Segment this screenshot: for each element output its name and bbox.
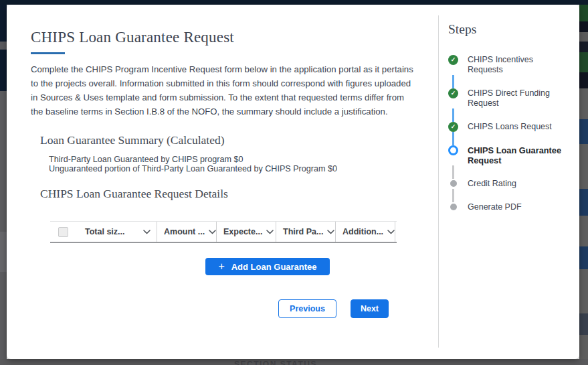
steps-list: ✓ CHIPS Incentives Requests ✓ CHIPS Dire…: [448, 55, 579, 212]
add-loan-guarantee-button[interactable]: + Add Loan Guarantee: [205, 258, 329, 275]
step-chips-loans-request[interactable]: ✓ CHIPS Loans Request: [448, 122, 579, 132]
step-chips-loan-guarantee-request[interactable]: CHIPS Loan Guarantee Request: [448, 145, 579, 165]
step-generate-pdf[interactable]: Generate PDF: [448, 202, 579, 212]
page-title: CHIPS Loan Guarantee Request: [31, 29, 438, 46]
step-chips-incentives-requests[interactable]: ✓ CHIPS Incentives Requests: [448, 55, 579, 75]
current-step-ring-icon: [448, 145, 458, 155]
title-underline: [31, 52, 65, 54]
check-circle-icon: ✓: [448, 55, 458, 65]
form-description: Complete the CHIPS Program Incentive Req…: [31, 62, 417, 119]
step-connector: [448, 189, 579, 202]
previous-button[interactable]: Previous: [278, 299, 336, 318]
select-all-cell: [50, 222, 78, 242]
step-connector: [448, 108, 579, 122]
modal-main-content: CHIPS Loan Guarantee Request Complete th…: [7, 5, 438, 359]
step-connector: [448, 132, 579, 145]
steps-heading: Steps: [448, 22, 579, 37]
chevron-down-icon: [209, 230, 216, 234]
check-circle-icon: ✓: [448, 122, 458, 132]
next-button[interactable]: Next: [351, 299, 389, 318]
backdrop-bottom-bar: SECTION STATUS: [0, 359, 588, 365]
check-circle-icon: ✓: [448, 88, 458, 98]
backdrop-left-strip: [0, 5, 7, 359]
add-button-row: + Add Loan Guarantee: [94, 258, 441, 275]
chevron-down-icon: [266, 230, 274, 234]
section-status-label: SECTION STATUS: [234, 360, 317, 365]
backdrop-top-bar: [0, 0, 588, 5]
details-heading: CHIPS Loan Guarantee Request Details: [40, 187, 438, 200]
chips-loan-guarantee-modal: CHIPS Loan Guarantee Request Complete th…: [7, 5, 579, 359]
upcoming-step-dot-icon: [450, 204, 457, 210]
column-header-additional[interactable]: Addition...: [336, 222, 395, 242]
select-all-checkbox[interactable]: [58, 227, 68, 237]
table-header-row: Total siz... Amount ... Expecte... Third…: [50, 221, 397, 243]
step-connector: [448, 165, 579, 179]
step-connector: [448, 75, 579, 88]
summary-line-guaranteed: Third-Party Loan Guaranteed by CHIPS pro…: [49, 155, 438, 165]
summary-lines: Third-Party Loan Guaranteed by CHIPS pro…: [49, 155, 438, 173]
step-chips-direct-funding-request[interactable]: ✓ CHIPS Direct Funding Request: [448, 88, 579, 108]
summary-line-unguaranteed: Unguaranteed portion of Third-Party Loan…: [49, 165, 438, 174]
chevron-down-icon: [387, 230, 395, 234]
column-header-total-size[interactable]: Total siz...: [78, 222, 157, 242]
column-header-expected[interactable]: Expecte...: [217, 222, 276, 242]
column-header-amount[interactable]: Amount ...: [157, 222, 217, 242]
chevron-down-icon: [143, 230, 151, 234]
plus-icon: +: [218, 261, 224, 272]
summary-heading: Loan Guarantee Summary (Calculated): [40, 133, 438, 147]
column-header-third-party[interactable]: Third Pa...: [276, 222, 336, 242]
upcoming-step-dot-icon: [450, 180, 457, 187]
step-credit-rating[interactable]: Credit Rating: [448, 179, 579, 189]
loan-guarantee-table: Total siz... Amount ... Expecte... Third…: [50, 221, 397, 243]
wizard-footer: Previous Next: [31, 299, 438, 318]
backdrop-right-strip: [579, 5, 588, 359]
chevron-down-icon: [327, 230, 334, 234]
steps-sidebar: Steps ✓ CHIPS Incentives Requests ✓ CHIP…: [438, 5, 579, 359]
